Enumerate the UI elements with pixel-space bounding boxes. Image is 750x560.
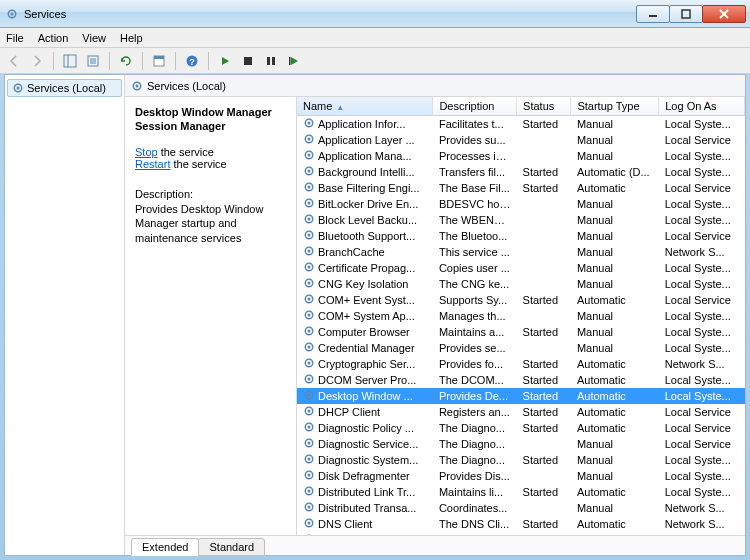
menubar: File Action View Help <box>0 28 750 48</box>
forward-button[interactable] <box>27 51 47 71</box>
col-description[interactable]: Description <box>433 97 517 116</box>
restart-service-button[interactable] <box>284 51 304 71</box>
properties-button[interactable] <box>149 51 169 71</box>
minimize-button[interactable] <box>636 5 670 23</box>
col-name[interactable]: Name▲ <box>297 97 433 116</box>
cell-startup: Manual <box>571 148 659 164</box>
svg-point-37 <box>308 218 311 221</box>
table-row[interactable]: Desktop Window ...Provides De...StartedA… <box>297 388 745 404</box>
menu-file[interactable]: File <box>6 32 24 44</box>
service-icon <box>303 213 315 227</box>
table-row[interactable]: Distributed Transa...Coordinates...Manua… <box>297 500 745 516</box>
tab-standard[interactable]: Standard <box>198 538 265 556</box>
cell-startup: Automatic <box>571 372 659 388</box>
table-row[interactable]: DCOM Server Pro...The DCOM...StartedAuto… <box>297 372 745 388</box>
table-row[interactable]: Credential ManagerProvides se...ManualLo… <box>297 340 745 356</box>
close-button[interactable] <box>702 5 746 23</box>
cell-description: BDESVC hos... <box>433 196 517 212</box>
svg-point-51 <box>308 330 311 333</box>
svg-rect-17 <box>267 57 270 65</box>
back-button[interactable] <box>4 51 24 71</box>
table-row[interactable]: COM+ System Ap...Manages th...ManualLoca… <box>297 308 745 324</box>
restart-service-link[interactable]: Restart <box>135 158 170 170</box>
tree-root-item[interactable]: Services (Local) <box>7 79 122 97</box>
svg-rect-19 <box>289 57 291 65</box>
table-row[interactable]: Certificate Propag...Copies user ...Manu… <box>297 260 745 276</box>
table-row[interactable]: Application Infor...Facilitates t...Star… <box>297 116 745 133</box>
svg-rect-18 <box>272 57 275 65</box>
table-row[interactable]: Diagnostic Service...The Diagno...Manual… <box>297 436 745 452</box>
table-row[interactable]: Block Level Backu...The WBENG...ManualLo… <box>297 212 745 228</box>
svg-point-49 <box>308 314 311 317</box>
table-row[interactable]: Application Mana...Processes in...Manual… <box>297 148 745 164</box>
cell-startup: Automatic <box>571 388 659 404</box>
cell-startup: Manual <box>571 452 659 468</box>
cell-description: Provides su... <box>433 132 517 148</box>
table-row[interactable]: DHCP ClientRegisters an...StartedAutomat… <box>297 404 745 420</box>
service-icon <box>303 325 315 339</box>
cell-logon: Local Syste... <box>659 164 745 180</box>
table-row[interactable]: CNG Key IsolationThe CNG ke...ManualLoca… <box>297 276 745 292</box>
help-button[interactable]: ? <box>182 51 202 71</box>
table-row[interactable]: Base Filtering Engi...The Base Fil...Sta… <box>297 180 745 196</box>
export-list-button[interactable] <box>83 51 103 71</box>
svg-point-63 <box>308 426 311 429</box>
right-pane-header: Services (Local) <box>125 75 745 97</box>
table-row[interactable]: Application Layer ...Provides su...Manua… <box>297 132 745 148</box>
cell-startup: Manual <box>571 228 659 244</box>
service-icon <box>303 341 315 355</box>
cell-status: Started <box>517 292 571 308</box>
table-row[interactable]: COM+ Event Syst...Supports Sy...StartedA… <box>297 292 745 308</box>
stop-service-link[interactable]: Stop <box>135 146 158 158</box>
table-row[interactable]: Distributed Link Tr...Maintains li...Sta… <box>297 484 745 500</box>
table-row[interactable]: BranchCacheThis service ...ManualNetwork… <box>297 244 745 260</box>
stop-service-button[interactable] <box>238 51 258 71</box>
cell-logon: Network S... <box>659 244 745 260</box>
table-row[interactable]: Background Intelli...Transfers fil...Sta… <box>297 164 745 180</box>
cell-description: The Diagno... <box>433 436 517 452</box>
cell-logon: Local Service <box>659 404 745 420</box>
refresh-button[interactable] <box>116 51 136 71</box>
col-logon[interactable]: Log On As <box>659 97 745 116</box>
cell-status <box>517 308 571 324</box>
cell-logon: Local Syste... <box>659 212 745 228</box>
service-icon <box>303 117 315 131</box>
cell-name: COM+ System Ap... <box>297 308 433 324</box>
menu-view[interactable]: View <box>82 32 106 44</box>
cell-logon: Local Service <box>659 436 745 452</box>
menu-action[interactable]: Action <box>38 32 69 44</box>
col-status[interactable]: Status <box>517 97 571 116</box>
svg-text:?: ? <box>189 56 195 66</box>
cell-logon: Local Syste... <box>659 116 745 133</box>
services-table-wrap[interactable]: Name▲ Description Status Startup Type Lo… <box>297 97 745 535</box>
show-hide-tree-button[interactable] <box>60 51 80 71</box>
table-row[interactable]: Cryptographic Ser...Provides fo...Starte… <box>297 356 745 372</box>
table-row[interactable]: BitLocker Drive En...BDESVC hos...Manual… <box>297 196 745 212</box>
cell-logon: Local Syste... <box>659 340 745 356</box>
right-pane: Services (Local) Desktop Window Manager … <box>125 75 745 555</box>
cell-name: Application Mana... <box>297 148 433 164</box>
start-service-button[interactable] <box>215 51 235 71</box>
maximize-button[interactable] <box>669 5 703 23</box>
service-icon <box>303 229 315 243</box>
tab-extended[interactable]: Extended <box>131 538 199 556</box>
description-label: Description: <box>135 188 286 200</box>
table-row[interactable]: DNS ClientThe DNS Cli...StartedAutomatic… <box>297 516 745 532</box>
table-row[interactable]: Bluetooth Support...The Bluetoo...Manual… <box>297 228 745 244</box>
cell-description: Coordinates... <box>433 500 517 516</box>
table-row[interactable]: Disk DefragmenterProvides Dis...ManualLo… <box>297 468 745 484</box>
cell-status: Started <box>517 164 571 180</box>
table-row[interactable]: Encrypting File Sy...Provides th...Manua… <box>297 532 745 535</box>
svg-rect-16 <box>244 57 252 65</box>
pause-service-button[interactable] <box>261 51 281 71</box>
table-row[interactable]: Diagnostic Policy ...The Diagno...Starte… <box>297 420 745 436</box>
cell-startup: Manual <box>571 212 659 228</box>
table-row[interactable]: Diagnostic System...The Diagno...Started… <box>297 452 745 468</box>
cell-description: The Diagno... <box>433 452 517 468</box>
toolbar: ? <box>0 48 750 74</box>
menu-help[interactable]: Help <box>120 32 143 44</box>
col-startup[interactable]: Startup Type <box>571 97 659 116</box>
tree-pane: Services (Local) <box>5 75 125 555</box>
cell-name: BranchCache <box>297 244 433 260</box>
table-row[interactable]: Computer BrowserMaintains a...StartedMan… <box>297 324 745 340</box>
